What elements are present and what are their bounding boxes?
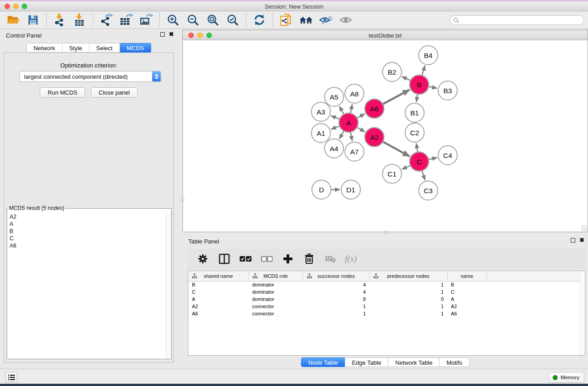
tab-edge-table[interactable]: Edge Table	[345, 357, 388, 367]
tab-select[interactable]: Select	[90, 43, 120, 52]
column-header-MCDS-role[interactable]: MCDS role	[249, 271, 303, 281]
graph-edge-A-A8[interactable]	[350, 105, 352, 113]
add-row-icon[interactable]	[281, 252, 295, 266]
deselect-all-checkboxes-icon[interactable]	[260, 252, 273, 266]
zoom-selected-icon[interactable]	[226, 13, 239, 27]
open-file-icon[interactable]	[6, 13, 20, 27]
table-cell[interactable]: A	[447, 295, 487, 303]
graph-edge-B-B2[interactable]	[402, 76, 410, 81]
tab-mcds[interactable]: MCDS	[120, 43, 151, 52]
table-cell[interactable]: dominator	[249, 295, 303, 303]
table-cell[interactable]: 8	[303, 295, 369, 303]
graph-edge-A-A2[interactable]	[357, 128, 365, 132]
table-cell[interactable]: C	[188, 288, 249, 295]
graph-edge-C-C4[interactable]	[429, 157, 437, 159]
memory-button[interactable]: Memory	[549, 372, 584, 383]
column-header-name[interactable]: name	[447, 271, 487, 281]
run-mcds-button[interactable]: Run MCDS	[40, 87, 85, 98]
result-item[interactable]: A	[10, 220, 165, 228]
graph-edge-A-A5[interactable]	[339, 106, 344, 114]
import-table-icon[interactable]	[73, 13, 86, 27]
column-header-predecessor-nodes[interactable]: predecessor nodes	[369, 271, 447, 281]
graph-edge-A-A6[interactable]	[357, 114, 365, 118]
table-cell[interactable]: A6	[188, 310, 249, 317]
window-resize-gripper[interactable]	[581, 225, 587, 231]
table-cell[interactable]: 1	[303, 310, 369, 317]
search-field[interactable]	[450, 15, 584, 25]
table-row[interactable]: A6connector11A6	[188, 310, 585, 317]
graph-edge-B-B3[interactable]	[429, 86, 437, 88]
table-float-panel-icon[interactable]	[571, 238, 575, 243]
result-item[interactable]: C	[10, 235, 165, 242]
table-settings-gear-icon[interactable]	[196, 252, 210, 266]
table-cell[interactable]: B	[447, 281, 487, 288]
tab-motifs[interactable]: Motifs	[440, 357, 469, 367]
table-cell[interactable]: 4	[303, 288, 369, 295]
table-cell[interactable]: 1	[369, 310, 447, 317]
mcds-result-list[interactable]: A2ABCA6	[8, 212, 165, 358]
search-input[interactable]	[459, 16, 583, 24]
close-panel-button[interactable]: Close panel	[91, 87, 138, 98]
table-cell[interactable]: A2	[447, 303, 487, 310]
export-table-icon[interactable]	[120, 13, 133, 27]
table-close-panel-icon[interactable]: ✖	[579, 238, 584, 243]
close-panel-icon[interactable]: ✖	[169, 32, 174, 37]
graph-edge-C-C3[interactable]	[422, 171, 425, 180]
splitter-handle-bottom[interactable]	[384, 231, 388, 234]
select-all-checkboxes-icon[interactable]	[239, 252, 252, 266]
network-canvas[interactable]: AA1A2A3A4A5A6A7A8BB1B2B3B4CC1C2C3C4DD1	[183, 40, 588, 232]
task-history-button[interactable]	[5, 372, 17, 382]
result-item[interactable]: A6	[10, 242, 165, 249]
export-network-icon[interactable]	[100, 13, 113, 27]
table-cell[interactable]: 1	[369, 303, 447, 310]
table-row[interactable]: A2connector11A2	[188, 303, 585, 310]
tab-style[interactable]: Style	[62, 43, 90, 52]
refresh-icon[interactable]	[253, 13, 266, 27]
table-cell[interactable]: 1	[369, 281, 447, 288]
graph-edge-A-A3[interactable]	[331, 116, 339, 119]
graph-edge-A2-C[interactable]	[383, 142, 410, 157]
zoom-out-icon[interactable]	[186, 13, 200, 27]
zoom-in-icon[interactable]	[166, 13, 180, 27]
graph-edge-C-C2[interactable]	[416, 143, 418, 152]
duplicate-network-icon[interactable]	[279, 13, 293, 27]
graph-edge-A-A1[interactable]	[331, 126, 339, 129]
table-cell[interactable]: dominator	[249, 288, 303, 295]
network-window-titlebar[interactable]: testGlobe.txt	[183, 30, 588, 40]
export-image-icon[interactable]	[139, 13, 153, 27]
table-cell[interactable]: C	[447, 288, 487, 295]
column-header-shared-name[interactable]: shared name	[188, 271, 249, 281]
result-item[interactable]: B	[10, 228, 165, 235]
tab-node-table[interactable]: Node Table	[301, 357, 345, 367]
table-row[interactable]: Adominator80A	[188, 295, 585, 303]
table-cell[interactable]: dominator	[249, 281, 303, 288]
tab-network-table[interactable]: Network Table	[388, 357, 440, 367]
table-cell[interactable]: A	[188, 295, 249, 303]
result-item[interactable]: A2	[10, 213, 165, 220]
float-panel-icon[interactable]	[160, 32, 165, 37]
table-cell[interactable]: 1	[303, 303, 369, 310]
table-cell[interactable]: connector	[249, 310, 303, 317]
graph-edge-B-B4[interactable]	[422, 66, 425, 75]
save-session-icon[interactable]	[26, 13, 40, 27]
delete-row-trash-icon[interactable]	[302, 252, 316, 266]
main-titlebar[interactable]: Session: New Session	[0, 1, 588, 11]
table-scrollbar[interactable]	[580, 271, 585, 355]
home-layout-icon[interactable]	[299, 13, 313, 27]
table-row[interactable]: Cdominator41C	[188, 288, 585, 295]
graph-edge-B-B1[interactable]	[416, 95, 418, 102]
graph-edge-A6-B[interactable]	[383, 90, 409, 104]
table-cell[interactable]: connector	[249, 303, 303, 310]
column-view-icon[interactable]	[217, 252, 231, 266]
table-cell[interactable]: 4	[303, 281, 369, 288]
table-cell[interactable]: 0	[369, 295, 447, 303]
splitter-handle-left[interactable]	[181, 198, 184, 202]
table-cell[interactable]: A2	[188, 303, 249, 310]
tab-network[interactable]: Network	[26, 43, 62, 52]
table-cell[interactable]: B	[188, 281, 249, 288]
result-scrollbar[interactable]	[166, 211, 171, 359]
node-table[interactable]: shared nameMCDS rolesuccessor nodesprede…	[188, 271, 585, 356]
graph-edge-A-A7[interactable]	[350, 133, 352, 141]
graph-edge-C-C1[interactable]	[402, 166, 410, 169]
import-network-icon[interactable]	[53, 13, 67, 27]
